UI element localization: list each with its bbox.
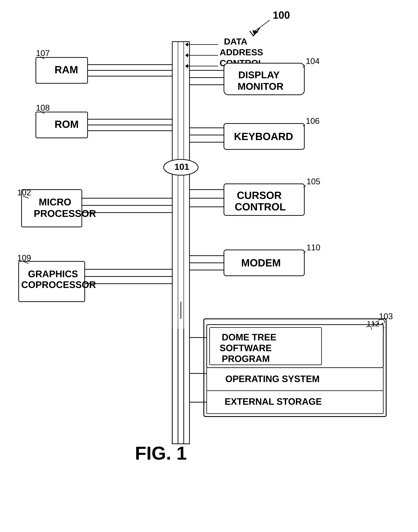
label-rom: ROM [55, 118, 79, 130]
label-external-storage: EXTERNAL STORAGE [225, 396, 322, 407]
label-keyboard: KEYBOARD [234, 131, 293, 142]
label-software: SOFTWARE [220, 343, 272, 353]
ref-106: 106 [306, 116, 320, 126]
label-cursor: CURSOR [237, 189, 282, 201]
ref-110: 110 [306, 243, 320, 252]
ref-108: 108 [36, 103, 50, 112]
label-operating-system: OPERATING SYSTEM [225, 374, 320, 384]
figure-ref-100: 100 [273, 9, 290, 21]
label-graphics: GRAPHICS [28, 269, 78, 279]
ref-105: 105 [306, 177, 320, 186]
ref-109: 109 [17, 253, 31, 262]
label-display: DISPLAY [238, 69, 280, 80]
ref-102: 102 [17, 188, 31, 197]
label-coprocessor: COPROCESSOR [21, 279, 96, 290]
diagram-container: 100 DATA ADDRESS CONTROL 101 RAM 107 [0, 0, 418, 532]
ref-107: 107 [36, 48, 50, 58]
label-cursor-control: CONTROL [235, 201, 286, 213]
ref-104: 104 [306, 56, 320, 66]
label-data: DATA [224, 36, 247, 46]
label-micro: MICRO [39, 197, 71, 207]
label-address: ADDRESS [220, 47, 263, 57]
fig-label: FIG. 1 [135, 443, 187, 464]
label-monitor: MONITOR [238, 81, 283, 92]
label-processor: PROCESSOR [34, 208, 96, 219]
label-modem: MODEM [241, 257, 281, 269]
label-program: PROGRAM [222, 354, 270, 364]
label-dome-tree: DOME TREE [222, 332, 276, 343]
ref-112: 112 [367, 319, 379, 328]
label-ram: RAM [55, 64, 78, 75]
label-bus-101: 101 [174, 162, 189, 172]
